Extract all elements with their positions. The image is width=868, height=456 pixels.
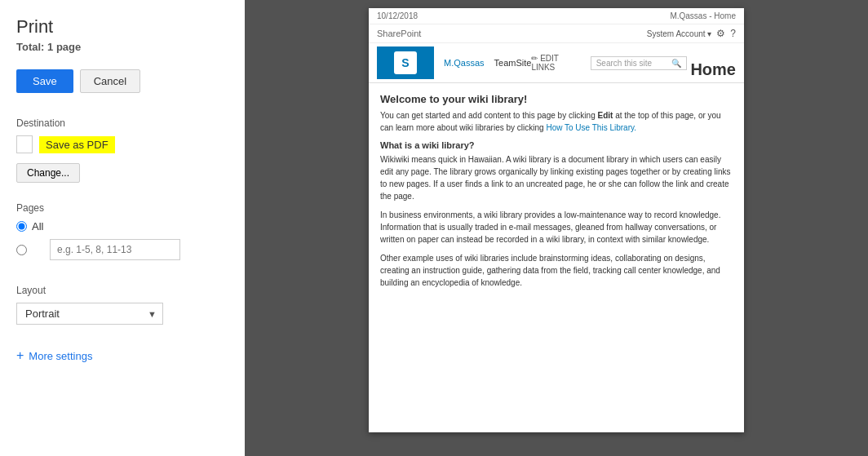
layout-section: Layout Portrait Landscape ▼: [16, 283, 228, 325]
help-icon: ?: [730, 28, 736, 39]
edit-links: ✏ EDIT LINKS: [531, 54, 583, 72]
action-buttons: Save Cancel: [16, 69, 228, 93]
layout-select[interactable]: Portrait Landscape: [16, 303, 163, 325]
wiki-para2: In business environments, a wiki library…: [380, 209, 733, 246]
what-heading: What is a wiki library?: [380, 140, 733, 150]
pdf-file-icon: [16, 135, 33, 153]
preview-area: 10/12/2018 M.Qassas - Home SharePoint Sy…: [245, 0, 868, 456]
sp-nav-links: M.Qassas TeamSite: [444, 58, 531, 68]
sharepoint-label: SharePoint: [377, 29, 421, 38]
nav-link-teamsite: TeamSite: [494, 58, 532, 68]
page-preview: 10/12/2018 M.Qassas - Home SharePoint Sy…: [369, 8, 744, 432]
sp-nav-bar: SharePoint System Account ▾ ⚙ ?: [369, 24, 744, 43]
sharepoint-logo: S: [377, 46, 434, 79]
all-pages-radio-label: All: [32, 220, 43, 232]
all-pages-radio[interactable]: [16, 221, 27, 232]
destination-label: Destination: [16, 117, 228, 129]
layout-label: Layout: [16, 285, 228, 296]
nav-link-mqassas: M.Qassas: [444, 58, 485, 68]
sp-top-bar: 10/12/2018 M.Qassas - Home: [369, 8, 744, 24]
system-account-label: System Account ▾: [647, 29, 711, 38]
layout-select-wrapper: Portrait Landscape ▼: [16, 303, 163, 325]
preview-date: 10/12/2018: [377, 11, 418, 20]
change-destination-button[interactable]: Change...: [16, 163, 80, 183]
destination-section: Destination Save as PDF Change...: [16, 116, 228, 183]
search-box: Search this site 🔍: [591, 56, 688, 70]
save-as-pdf-label: Save as PDF: [39, 136, 115, 153]
custom-pages-radio[interactable]: [16, 245, 27, 255]
custom-pages-input[interactable]: [50, 239, 180, 260]
search-icon: 🔍: [671, 59, 681, 68]
how-to-link: How To Use This Library.: [546, 123, 636, 132]
all-pages-row: All: [16, 220, 228, 232]
sp-logo-inner: S: [394, 51, 417, 74]
pages-label: Pages: [16, 202, 228, 214]
print-title: Print: [16, 16, 228, 38]
preview-user: M.Qassas - Home: [670, 11, 736, 20]
plus-icon: +: [16, 349, 24, 362]
wiki-para1: Wikiwiki means quick in Hawaiian. A wiki…: [380, 153, 733, 202]
more-settings-label: More settings: [29, 350, 92, 362]
destination-row: Save as PDF: [16, 135, 228, 153]
save-button[interactable]: Save: [16, 69, 73, 93]
sp-header-bar: S M.Qassas TeamSite ✏ EDIT LINKS Search …: [369, 43, 744, 83]
more-settings-button[interactable]: + More settings: [16, 349, 228, 362]
print-panel: Print Total: 1 page Save Cancel Destinat…: [0, 0, 245, 456]
sp-content: Welcome to your wiki library! You can ge…: [369, 83, 744, 305]
cancel-button[interactable]: Cancel: [80, 69, 140, 93]
sp-nav-left: SharePoint: [377, 29, 421, 38]
sp-nav-right: System Account ▾ ⚙ ?: [647, 28, 736, 39]
home-title: Home: [690, 60, 736, 79]
wiki-para3: Other example uses of wiki libraries inc…: [380, 252, 733, 289]
pages-section: Pages All: [16, 201, 228, 267]
custom-pages-row: [16, 239, 228, 260]
search-placeholder: Search this site: [596, 59, 652, 68]
print-total: Total: 1 page: [16, 41, 228, 53]
welcome-heading: Welcome to your wiki library!: [380, 93, 733, 105]
welcome-text: You can get started and add content to t…: [380, 109, 733, 134]
gear-icon: ⚙: [716, 28, 725, 39]
